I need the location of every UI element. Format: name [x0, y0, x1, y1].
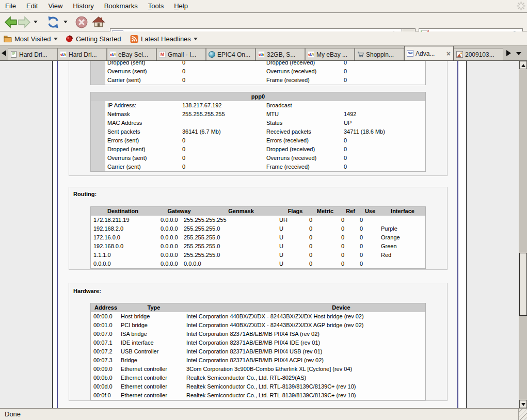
tab-list-dropdown-button[interactable]	[516, 52, 521, 55]
table-row: 1.1.1.00.0.0.0255.255.255.0U000Red	[91, 251, 425, 260]
cart-favicon-icon	[357, 51, 364, 58]
tab-strip: Hard Dri...ebYHard Dri...ebYeBay Sel...M…	[8, 46, 503, 60]
menu-help[interactable]: Help	[169, 0, 193, 11]
table-cell: 00:07.2	[93, 347, 113, 356]
interface-table-title: ppp0	[91, 92, 425, 101]
table-cell: 34711 (18.6 Mb)	[344, 127, 385, 136]
table-cell: 0	[344, 136, 347, 145]
table-cell: Realtek Semiconductor Co., Ltd. RTL-8139…	[186, 391, 356, 400]
table-cell: 0	[182, 61, 185, 67]
table-cell: 36141 (6.7 Mb)	[182, 127, 221, 136]
menu-bookmarks[interactable]: Bookmarks	[99, 0, 143, 11]
table-row: 00:0b.0Ethernet controllerRealtek Semico…	[91, 374, 425, 382]
tab-2009103[interactable]: 2009103...	[454, 48, 503, 60]
home-button[interactable]	[92, 15, 105, 29]
tab-adva[interactable]: SWAdva...×	[404, 46, 454, 60]
tab-scroll-right-button[interactable]	[506, 50, 511, 56]
table-row: 00:07.0ISA bridgeIntel Corporation 82371…	[91, 330, 425, 338]
table-cell: 3Com Corporation 3c900B-Combo Etherlink …	[186, 365, 352, 374]
table-cell: Intel Corporation 82371AB/EB/MB PIIX4 ID…	[186, 338, 320, 347]
page-favicon-icon	[10, 51, 17, 58]
table-row: 00:0d.0Ethernet controllerRealtek Semico…	[91, 382, 425, 391]
tab-epic4-on[interactable]: EPIC4 On...	[206, 48, 255, 60]
close-tab-button[interactable]: ×	[446, 51, 451, 57]
bookmark-most-visited[interactable]: Most Visited	[4, 34, 58, 44]
table-cell: 192.168.0.0	[93, 242, 123, 251]
table-cell: 1.1.1.0	[93, 251, 111, 260]
table-cell: Green	[381, 242, 397, 251]
page-blue-rule-left	[57, 61, 58, 408]
table-cell: 255.255.255.0	[184, 224, 220, 233]
table-cell: Realtek Semiconductor Co., Ltd. RTL-8139…	[186, 382, 356, 391]
stop-button[interactable]	[75, 15, 88, 29]
table-row: 192.168.2.00.0.0.0255.255.255.0U000Purpl…	[91, 224, 425, 233]
routing-table: DestinationGatewayGenmaskFlagsMetricRefU…	[90, 206, 426, 269]
table-row: 192.168.0.00.0.0.0255.255.255.0U000Green	[91, 242, 425, 251]
table-cell: Intel Corporation 440BX/ZX/DX - 82443BX/…	[186, 321, 363, 330]
tab-32gb-s[interactable]: ebY32GB, S...	[255, 48, 305, 60]
table-cell: Netmask	[107, 110, 130, 119]
table-cell: 00:07.1	[93, 338, 113, 347]
back-button[interactable]	[4, 15, 18, 29]
table-cell: 0	[344, 67, 347, 76]
column-header: Gateway	[167, 207, 190, 216]
menu-edit[interactable]: Edit	[21, 0, 43, 11]
forward-dropdown-button[interactable]	[34, 21, 38, 23]
tab-hard-dri[interactable]: Hard Dri...	[8, 48, 57, 60]
tab-ebay-sel[interactable]: ebYeBay Sel...	[107, 48, 156, 60]
smoothwall-favicon-icon: SW	[407, 50, 413, 57]
tab-my-ebay[interactable]: ebYMy eBay ...	[305, 48, 355, 60]
tab-gmail-i[interactable]: MGmail - I...	[156, 48, 206, 60]
column-header: Interface	[391, 207, 414, 216]
table-cell: Carrier (sent)	[107, 163, 141, 171]
menu-file[interactable]: File	[0, 0, 21, 11]
reload-dropdown-button[interactable]	[63, 21, 68, 23]
firefox-icon	[65, 35, 73, 43]
table-row: 00:07.2USB ControllerIntel Corporation 8…	[91, 347, 425, 356]
table-cell: 0	[360, 233, 363, 242]
page-border-right	[466, 61, 467, 408]
reload-button[interactable]	[46, 15, 60, 29]
table-cell: 00:00.0	[93, 312, 113, 321]
table-cell: Bridge	[121, 356, 137, 365]
table-cell: 0	[182, 145, 185, 154]
table-cell: Frame (received)	[266, 163, 310, 171]
table-cell: 0	[309, 251, 312, 260]
table-cell: Intel Corporation 82371AB/EB/MB PIIX4 US…	[186, 347, 323, 356]
status-text: Done	[5, 409, 21, 419]
table-cell: Orange	[381, 233, 400, 242]
tab-hard-dri[interactable]: ebYHard Dri...	[57, 48, 107, 60]
tab-shoppin[interactable]: Shoppin...	[355, 48, 404, 60]
hardware-section-label: Hardware:	[73, 288, 101, 294]
scrollbar-thumb[interactable]	[519, 253, 527, 316]
table-cell: 0	[344, 163, 347, 171]
ebay-favicon-icon: ebY	[258, 51, 265, 58]
table-cell: Ethernet controller	[121, 382, 167, 391]
browser-window: FileEditViewHistoryBookmarksToolsHelp	[0, 0, 527, 420]
table-cell: Intel Corporation 440BX/ZX/DX - 82443BX/…	[186, 312, 364, 321]
tab-label: Adva...	[416, 50, 435, 57]
scroll-down-button[interactable]	[519, 400, 527, 408]
menu-tools[interactable]: Tools	[143, 0, 169, 11]
table-cell: 0	[344, 61, 347, 67]
bookmark-getting-started[interactable]: Getting Started	[65, 34, 121, 44]
resize-grip[interactable]	[518, 409, 527, 420]
routing-section-label: Routing:	[73, 191, 97, 197]
table-cell: 0	[344, 154, 347, 163]
scroll-up-button[interactable]	[519, 61, 527, 69]
menu-view[interactable]: View	[43, 0, 68, 11]
vertical-scrollbar[interactable]	[519, 61, 527, 408]
bookmark-latest-headlines[interactable]: Latest Headlines	[130, 34, 198, 44]
tab-scroll-left-button[interactable]	[2, 50, 6, 56]
table-cell: Overruns (received)	[266, 67, 316, 76]
table-row: Overruns (sent)0Overruns (received)0	[91, 154, 425, 163]
table-cell: 0.0.0.0	[93, 260, 111, 268]
bookmark-label: Latest Headlines	[141, 35, 191, 43]
forward-button[interactable]	[18, 15, 31, 29]
tab-label: 32GB, S...	[267, 51, 295, 58]
column-header: Flags	[288, 207, 303, 216]
table-cell: 255.255.255.0	[184, 242, 220, 251]
table-cell: 00:0d.0	[93, 382, 113, 391]
table-cell: 0	[341, 216, 344, 224]
menu-history[interactable]: History	[68, 0, 99, 11]
